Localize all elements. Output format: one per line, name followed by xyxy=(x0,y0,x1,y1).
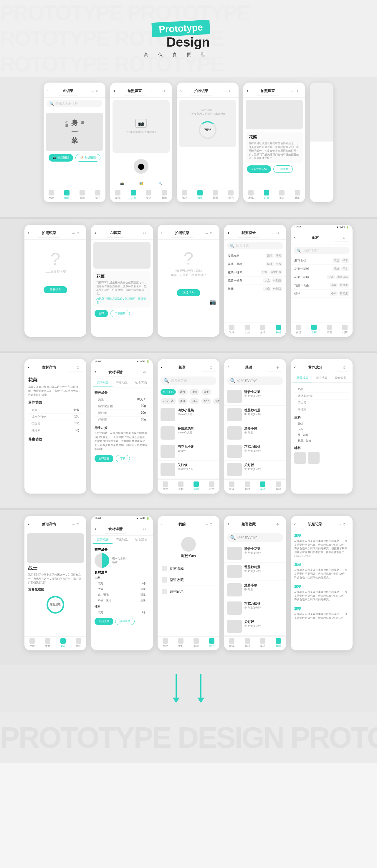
nav-my[interactable]: 我的 xyxy=(90,190,106,200)
record-1[interactable]: 花菜 花椰菜可以说是花卉类有价值的蔬菜之一，也是营养性明显强劲，含多种抗氧化剂的… xyxy=(291,531,352,560)
col-card-5[interactable]: 关灯饭 中 热量(1分钟) xyxy=(224,617,286,636)
save-recipe-btn[interactable]: 收藏菜谱 xyxy=(115,618,135,625)
ai-download-btn[interactable]: 下载图片 xyxy=(110,310,130,317)
nav-m24[interactable]: 我的 xyxy=(271,324,286,334)
start-cook-btn[interactable]: 开始烹饪 xyxy=(95,618,113,625)
tab-n35[interactable]: 营养成分 xyxy=(293,374,312,382)
tab-h35[interactable]: 养生功效 xyxy=(312,374,331,382)
nav-identify[interactable]: 识菜 xyxy=(59,190,75,200)
filter-light[interactable]: 淡淡 xyxy=(178,398,187,404)
list-item-3[interactable]: 花菜一味精 平常家常口味 xyxy=(224,268,286,277)
retry-btn-21[interactable]: 重新识别 xyxy=(44,286,67,293)
search-bar-33[interactable]: 🔍 请搜索菜谱 xyxy=(161,376,216,385)
ingr-item-3[interactable]: 花菜一味精 平常家常口味 xyxy=(291,273,352,281)
col-card-2[interactable]: 番茄炒鸡蛋 中 热量(1分钟) xyxy=(224,563,286,581)
cat-hot[interactable]: 热门了吃 xyxy=(161,389,176,395)
recipe-card-2[interactable]: 番茄炒鸡蛋 10min/1人份 xyxy=(158,424,219,442)
nav-i4[interactable]: 识菜 xyxy=(259,190,275,200)
nav-m25[interactable]: 我的 xyxy=(337,324,353,334)
nav-d2[interactable]: 发现 xyxy=(110,190,126,200)
res-card-4[interactable]: 巧克力松饼 中 热量(1分钟) xyxy=(224,442,286,461)
tab-health-32[interactable]: 养生功效 xyxy=(112,379,132,387)
scan-button[interactable]: ⬤ xyxy=(134,159,148,174)
list-item-4[interactable]: 花菜一长条 小众铃铛蛋 xyxy=(224,277,286,285)
filter-row-33[interactable]: 方式方式 淡淡 口味 专业 节约 xyxy=(158,397,219,406)
nav-i2[interactable]: 识菜 xyxy=(126,190,141,200)
search-bar-25[interactable]: 🔍 识别"花菜" xyxy=(294,247,350,254)
res-card-2[interactable]: 番茄炒鸡蛋 中 热量(1分钟) xyxy=(224,406,286,424)
cat-light[interactable]: 淡淡 xyxy=(190,389,199,395)
tab-diet-32[interactable]: 饮食宜忌 xyxy=(131,379,150,387)
cat-rec[interactable]: 请推 xyxy=(178,389,187,395)
nav-m4[interactable]: 我的 xyxy=(290,190,305,200)
filter-taste[interactable]: 口味 xyxy=(190,398,199,404)
tab-bar-42[interactable]: 营养成分 养生功效 饮食宜忌 xyxy=(91,536,153,544)
action-btns-42[interactable]: 开始烹饪 收藏菜谱 xyxy=(95,618,149,625)
ingr-item-5[interactable]: 指标 小众铃铛蛋 xyxy=(291,289,352,298)
menu-item-food[interactable]: 食材收藏 xyxy=(158,563,219,574)
cat-day[interactable]: 日子 xyxy=(201,389,211,395)
tab-bar-32[interactable]: 营养功效 养生功效 饮食宜忌 xyxy=(91,379,153,388)
category-row-33[interactable]: 热门了吃 请推 淡淡 日子 xyxy=(158,388,219,397)
filter-method[interactable]: 方式方式 xyxy=(161,398,176,404)
action-buttons[interactable]: 📷 菜品识别 📝 食材识别 xyxy=(48,154,100,162)
act-btn-2[interactable]: 下载 xyxy=(116,455,130,462)
menu-item-recipe[interactable]: 菜谱收藏 xyxy=(158,574,219,586)
record-2[interactable]: 花菜 花椰菜可以说是花卉类有价值的蔬菜之一，也是营养性明显强劲，含多种抗氧化剂的… xyxy=(291,560,352,582)
res-card-3[interactable]: 清炒小绿 中 热量 xyxy=(224,424,286,442)
tab-d42[interactable]: 饮食宜忌 xyxy=(131,536,150,544)
nav-i24[interactable]: 识菜 xyxy=(240,324,255,334)
res-card-5[interactable]: 关灯饭 中 热量(1分钟) xyxy=(224,461,286,479)
nav-d24[interactable]: 发现 xyxy=(224,324,240,334)
record-3[interactable]: 花菜 花椰菜可以说是花卉类有价值的蔬菜之一，也是营养性明显强劲，含多种抗氧化剂的… xyxy=(291,582,352,604)
ingredient-btn[interactable]: 📝 食材识别 xyxy=(75,154,100,162)
tab-d35[interactable]: 饮食宜忌 xyxy=(331,374,350,382)
col-card-4[interactable]: 巧克力松饼 中 热量(1分钟) xyxy=(224,599,286,617)
continue-btn-23[interactable]: 继续识别 xyxy=(177,289,200,296)
recipe-card-4[interactable]: 关灯饭 10分钟/1人份 xyxy=(158,461,219,479)
nav-i3[interactable]: 识菜 xyxy=(192,190,208,200)
tab-n42[interactable]: 营养成分 xyxy=(93,536,112,544)
record-4[interactable]: 花菜 花椰菜可以说是花卉类有价值的蔬菜之一，也是营养性明显强劲，含多种抗氧化剂的… xyxy=(291,604,352,622)
list-item-1[interactable]: 发花食材 清淡平常 xyxy=(224,252,286,260)
ingr-item-4[interactable]: 花菜一长条 小众铃铛蛋 xyxy=(291,281,352,289)
recipe-card-1[interactable]: 清炒小花菜 10min/1人份 xyxy=(158,406,219,424)
tab-nutrition-32[interactable]: 营养功效 xyxy=(93,379,112,387)
nav-recipe[interactable]: 菜谱 xyxy=(74,190,90,200)
view-detail-btn[interactable]: 立即查看详情 xyxy=(247,165,271,173)
ingr-item-2[interactable]: 花菜一草树 清淡平常 xyxy=(291,265,352,273)
filter-save[interactable]: 节约 xyxy=(213,398,219,404)
nav-r25[interactable]: 菜谱 xyxy=(322,324,337,334)
nav-m2[interactable]: 我的 xyxy=(157,190,172,200)
ai-view-btn[interactable]: 立即 xyxy=(95,310,108,317)
ingr-item-1[interactable]: 发花食材 清淡平常 xyxy=(291,256,352,265)
nav-d3[interactable]: 发现 xyxy=(177,190,192,200)
nav-r3[interactable]: 菜谱 xyxy=(208,190,223,200)
tab-bar-35[interactable]: 营养成分 养生功效 饮食宜忌 xyxy=(291,374,352,383)
nav-discover[interactable]: 发现 xyxy=(44,190,59,200)
act-btn-1[interactable]: 立即查看 xyxy=(95,455,113,462)
res-card-1[interactable]: 清炒小花菜 中 热量(1分钟) xyxy=(224,388,286,406)
list-item-5[interactable]: 指标 小众铃铛蛋 xyxy=(224,285,286,293)
photo-btn[interactable]: 📷 菜品识别 xyxy=(48,154,73,162)
nav-i25[interactable]: 食材 xyxy=(306,324,322,334)
search-bar-34[interactable]: 🔍 识别"花"/"烂菜" xyxy=(227,376,283,385)
tab-h42[interactable]: 养生功效 xyxy=(112,536,132,544)
download-btn[interactable]: 下载图片 xyxy=(273,165,293,173)
menu-item-record[interactable]: 识别记录 xyxy=(158,586,219,597)
ai-actions[interactable]: 立即 下载图片 xyxy=(91,310,153,319)
nav-r4[interactable]: 菜谱 xyxy=(274,190,290,200)
col-card-3[interactable]: 清炒小绿 中 热量 xyxy=(224,581,286,599)
nav-d4[interactable]: 发现 xyxy=(243,190,259,200)
nav-r24[interactable]: 菜谱 xyxy=(255,324,271,334)
col-card-1[interactable]: 清炒小花菜 中 热量(1分钟) xyxy=(224,544,286,563)
filter-pro[interactable]: 专业 xyxy=(201,398,211,404)
action-bar-32[interactable]: 立即查看 下载 xyxy=(91,453,153,464)
nav-d25[interactable]: 发现 xyxy=(291,324,306,334)
nav-m3[interactable]: 我的 xyxy=(223,190,239,200)
nav-r2[interactable]: 菜谱 xyxy=(141,190,157,200)
result-actions[interactable]: 立即查看详情 下载图片 xyxy=(243,165,305,176)
search-bar-1[interactable]: 🔍 请输入食材名称 xyxy=(46,100,102,107)
recipe-card-3[interactable]: 巧克力松饼 10分钟 xyxy=(158,442,219,461)
list-item-2[interactable]: 花菜一草树 清淡平常 xyxy=(224,260,286,268)
